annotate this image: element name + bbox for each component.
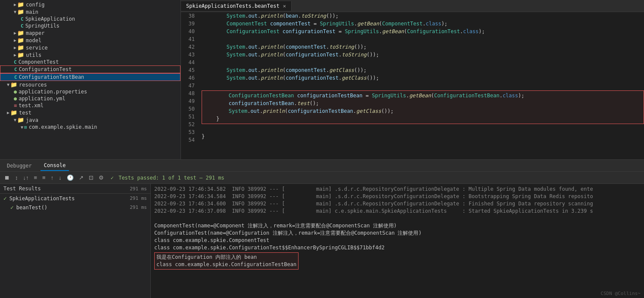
tree-item-test[interactable]: ▶ 📁 test bbox=[0, 109, 180, 116]
log-line-8: class com.example.spkie.ComponentTest bbox=[154, 237, 641, 244]
test-suite-time: 291 ms bbox=[130, 196, 147, 201]
java-icon: C bbox=[14, 67, 17, 72]
highlighted-code-block: ConfigurationTestBean configurationTestB… bbox=[202, 90, 644, 124]
sort-desc-button[interactable]: ↓↑ bbox=[22, 174, 31, 182]
tree-item-package[interactable]: ▼ ⊞ com.example.spkie.main bbox=[0, 124, 180, 130]
folder-icon: 📁 bbox=[17, 1, 24, 8]
tree-item-spkie-app[interactable]: C SpkieApplication bbox=[0, 16, 180, 22]
console-toolbar: ⏹ ↕ ↓↑ ≡ ≡ ↑ ↓ 🕐 ↗ ⊡ ⚙ ✓ Tests passed: 1… bbox=[0, 172, 644, 184]
test-status: ✓ Tests passed: 1 of 1 test — 291 ms bbox=[111, 175, 224, 181]
tree-item-component-test[interactable]: C ComponentTest bbox=[0, 59, 180, 65]
file-icon: ● bbox=[14, 89, 17, 95]
highlighted-output-block: 我是在Configuration 内部注入的 bean class com.ex… bbox=[154, 252, 299, 270]
file-icon: ≡ bbox=[14, 102, 17, 109]
tree-item-resources[interactable]: ▼ 📁 resources bbox=[0, 81, 180, 88]
code-line-50: System.out.println(configurationTestBean… bbox=[204, 107, 642, 115]
file-tree: ▶ 📁 config ▼ 📁 main C SpkieApplication C… bbox=[0, 0, 181, 159]
tree-item-test-xml[interactable]: ≡ test.xml bbox=[0, 102, 180, 109]
log-line-10: 我是在Configuration 内部注入的 bean bbox=[156, 254, 296, 261]
code-line-42: System.out.println(componentTest.toStrin… bbox=[202, 43, 644, 51]
folder-icon: 📁 bbox=[17, 52, 24, 58]
tree-item-label: com.example.spkie.main bbox=[29, 124, 97, 130]
align-left-button[interactable]: ≡ bbox=[32, 174, 39, 182]
tree-item-label: SpkieApplication bbox=[25, 16, 75, 22]
code-line-52 bbox=[202, 125, 644, 133]
log-line-3: 2022-09-23 17:46:34.600 INFO 389992 --- … bbox=[154, 200, 641, 208]
tree-item-label: resources bbox=[19, 82, 47, 88]
pass-icon: ✓ bbox=[3, 195, 7, 202]
tree-item-main[interactable]: ▼ 📁 main bbox=[0, 8, 180, 16]
code-line-49: configurationTestBean.test(); bbox=[204, 99, 642, 107]
settings-button[interactable]: ⚙ bbox=[97, 174, 106, 182]
export-button[interactable]: ↗ bbox=[77, 174, 85, 182]
tree-item-model[interactable]: ▶ 📁 model bbox=[0, 37, 180, 44]
test-results-panel: Test Results 291 ms ✓ SpkieApplicationTe… bbox=[0, 184, 151, 298]
editor-tab-bar: SpkieApplicationTests.beanTest ✕ bbox=[181, 0, 644, 12]
tab-console[interactable]: Console bbox=[40, 161, 69, 171]
test-case-time: 291 ms bbox=[130, 205, 147, 210]
bottom-tab-bar: Debugger Console bbox=[0, 160, 644, 172]
test-results-time: 291 ms bbox=[130, 186, 147, 192]
tree-item-mapper[interactable]: ▶ 📁 mapper bbox=[0, 29, 180, 37]
tree-item-java[interactable]: ▼ 📁 java bbox=[0, 116, 180, 124]
code-line-43: System.out.println(configurationTest.toS… bbox=[202, 51, 644, 59]
test-suite-label: SpkieApplicationTests bbox=[9, 196, 75, 202]
log-line-7: ConfigurationTest(name=@Configuration 注解… bbox=[154, 230, 641, 237]
tree-item-config[interactable]: ▶ 📁 config bbox=[0, 1, 180, 8]
down-button[interactable]: ↓ bbox=[57, 174, 63, 182]
code-container: 38 39 40 41 42 43 44 45 46 47 48 49 50 5… bbox=[181, 12, 644, 159]
test-results-title: Test Results bbox=[3, 186, 41, 192]
code-line-46: System.out.println(configurationTest.get… bbox=[202, 74, 644, 82]
code-line-51: } bbox=[204, 115, 642, 123]
editor-tab-bean-test[interactable]: SpkieApplicationTests.beanTest ✕ bbox=[181, 1, 292, 11]
tree-item-spring-utils[interactable]: C SpringUtils bbox=[0, 22, 180, 29]
folder-icon: 📁 bbox=[17, 44, 24, 51]
tab-label: SpkieApplicationTests.beanTest bbox=[186, 3, 280, 9]
check-icon: ✓ bbox=[111, 175, 114, 181]
folder-icon: 📁 bbox=[17, 37, 24, 43]
close-icon[interactable]: ✕ bbox=[283, 3, 286, 9]
log-line-5 bbox=[154, 215, 641, 222]
align-right-button[interactable]: ≡ bbox=[40, 174, 47, 182]
folder-icon: 📁 bbox=[17, 9, 24, 15]
tree-item-label: service bbox=[26, 45, 48, 51]
log-line-6: ComponentTest(name=@Component 注解注入，remar… bbox=[154, 222, 641, 230]
tree-item-label: application.yml bbox=[19, 96, 65, 102]
arrow-icon: ▶ bbox=[7, 110, 9, 115]
log-line-11: class com.example.spkie.ConfigurationTes… bbox=[156, 261, 296, 268]
tree-item-service[interactable]: ▶ 📁 service bbox=[0, 44, 180, 51]
tree-item-app-yml[interactable]: ● application.yml bbox=[0, 95, 180, 102]
java-icon: C bbox=[21, 16, 24, 22]
java-icon: C bbox=[14, 74, 17, 80]
tree-item-app-properties[interactable]: ● application.properties bbox=[0, 88, 180, 95]
window-button[interactable]: ⊡ bbox=[87, 174, 95, 182]
tab-debugger[interactable]: Debugger bbox=[3, 161, 35, 171]
tree-item-utils[interactable]: ▶ 📁 utils bbox=[0, 51, 180, 59]
test-item-suite[interactable]: ✓ SpkieApplicationTests 291 ms bbox=[0, 194, 150, 203]
tree-item-label: ComponentTest bbox=[19, 59, 59, 65]
java-icon: C bbox=[21, 23, 24, 29]
arrow-icon: ▼ bbox=[14, 9, 16, 14]
arrow-icon: ▶ bbox=[14, 45, 16, 50]
clock-button[interactable]: 🕐 bbox=[65, 174, 75, 182]
up-button[interactable]: ↑ bbox=[49, 174, 56, 182]
tree-item-label: application.properties bbox=[19, 89, 87, 95]
tree-item-label: mapper bbox=[26, 30, 44, 36]
arrow-icon: ▶ bbox=[14, 53, 16, 57]
tree-item-label: utils bbox=[26, 52, 41, 58]
arrow-icon: ▶ bbox=[14, 38, 16, 43]
code-line-40: ConfigurationTest configurationTest = Sp… bbox=[202, 28, 644, 35]
log-line-9: class com.example.spkie.ConfigurationTes… bbox=[154, 244, 641, 251]
arrow-icon: ▶ bbox=[14, 31, 16, 35]
code-line-53: } bbox=[202, 133, 644, 140]
bottom-content: Test Results 291 ms ✓ SpkieApplicationTe… bbox=[0, 184, 644, 298]
stop-button[interactable]: ⏹ bbox=[3, 174, 12, 182]
test-item-bean-test[interactable]: ✓ beanTest() 291 ms bbox=[0, 203, 150, 212]
tree-item-configuration-test-bean[interactable]: C ConfigurationTestBean bbox=[0, 73, 180, 81]
tree-item-configuration-test[interactable]: C ConfigurationTest bbox=[0, 65, 180, 73]
arrow-icon: ▶ bbox=[14, 2, 16, 7]
sort-asc-button[interactable]: ↕ bbox=[13, 174, 20, 182]
log-line-1: 2022-09-23 17:46:34.582 INFO 389992 --- … bbox=[154, 186, 641, 193]
tree-item-label: main bbox=[26, 9, 38, 15]
bottom-panel: Debugger Console ⏹ ↕ ↓↑ ≡ ≡ ↑ ↓ 🕐 ↗ ⊡ ⚙ … bbox=[0, 159, 644, 298]
